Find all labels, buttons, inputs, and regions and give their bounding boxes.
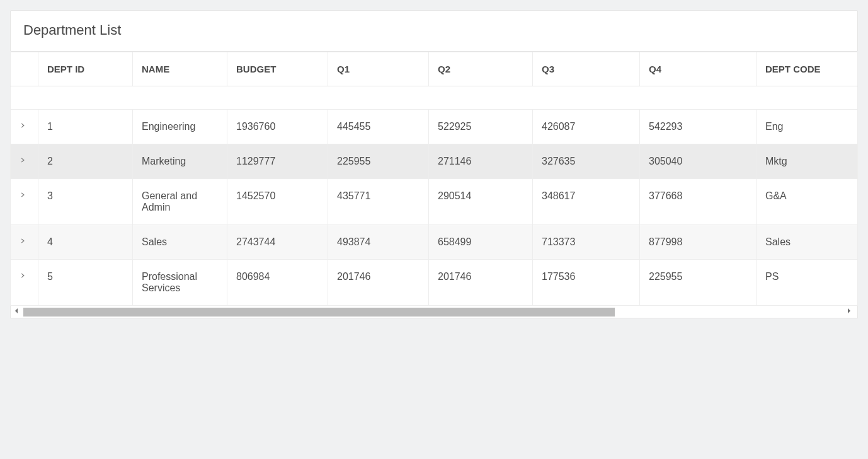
cell-dept-id: 1	[38, 110, 133, 144]
cell-budget: 1936760	[227, 110, 328, 144]
column-header-dept-code[interactable]: DEPT CODE	[757, 52, 858, 86]
column-header-q2[interactable]: Q2	[429, 52, 533, 86]
chevron-right-icon	[20, 272, 27, 280]
cell-q1: 201746	[328, 260, 429, 306]
cell-dept-id: 5	[38, 260, 133, 306]
horizontal-scrollbar[interactable]	[10, 306, 858, 318]
chevron-right-icon	[20, 238, 27, 245]
cell-dept-id: 3	[38, 179, 133, 225]
cell-q1: 225955	[328, 144, 429, 179]
cell-q3: 177536	[533, 260, 640, 306]
expand-row-button[interactable]	[11, 260, 38, 306]
chevron-right-icon	[20, 157, 27, 165]
cell-name: Marketing	[133, 144, 227, 179]
cell-dept-id: 2	[38, 144, 133, 179]
scroll-thumb[interactable]	[23, 308, 615, 317]
cell-q2: 271146	[429, 144, 533, 179]
column-header-budget[interactable]: BUDGET	[227, 52, 328, 86]
column-header-name[interactable]: NAME	[133, 52, 227, 86]
column-header-expand	[11, 52, 38, 86]
cell-dept-code: Mktg	[757, 144, 858, 179]
cell-name: Professional Services	[133, 260, 227, 306]
cell-q2: 201746	[429, 260, 533, 306]
table-header-row: DEPT ID NAME BUDGET Q1 Q2 Q3 Q4 DEPT COD…	[11, 52, 858, 86]
cell-q2: 522925	[429, 110, 533, 144]
cell-q3: 426087	[533, 110, 640, 144]
chevron-right-icon	[20, 122, 27, 130]
cell-q1: 493874	[328, 225, 429, 260]
cell-q1: 445455	[328, 110, 429, 144]
cell-q3: 348617	[533, 179, 640, 225]
table-row[interactable]: 2Marketing112977722595527114632763530504…	[11, 144, 858, 179]
table-row[interactable]: 4Sales2743744493874658499713373877998Sal…	[11, 225, 858, 260]
cell-name: Engineering	[133, 110, 227, 144]
cell-q2: 658499	[429, 225, 533, 260]
cell-dept-code: PS	[757, 260, 858, 306]
cell-q4: 377668	[640, 179, 757, 225]
cell-name: Sales	[133, 225, 227, 260]
grid-wrapper: DEPT ID NAME BUDGET Q1 Q2 Q3 Q4 DEPT COD…	[10, 52, 858, 318]
cell-dept-code: Eng	[757, 110, 858, 144]
cell-dept-code: G&A	[757, 179, 858, 225]
cell-dept-id: 4	[38, 225, 133, 260]
expand-row-button[interactable]	[11, 110, 38, 144]
table-row[interactable]: 5Professional Services806984201746201746…	[11, 260, 858, 306]
page-title: Department List	[23, 22, 845, 38]
department-table: DEPT ID NAME BUDGET Q1 Q2 Q3 Q4 DEPT COD…	[10, 52, 858, 306]
table-row[interactable]: 3General and Admin1452570435771290514348…	[11, 179, 858, 225]
cell-q2: 290514	[429, 179, 533, 225]
department-list-card: Department List	[10, 10, 858, 52]
cell-q3: 713373	[533, 225, 640, 260]
cell-q4: 877998	[640, 225, 757, 260]
cell-name: General and Admin	[133, 179, 227, 225]
cell-q1: 435771	[328, 179, 429, 225]
cell-q4: 305040	[640, 144, 757, 179]
cell-q4: 225955	[640, 260, 757, 306]
cell-dept-code: Sales	[757, 225, 858, 260]
column-header-q4[interactable]: Q4	[640, 52, 757, 86]
column-header-q1[interactable]: Q1	[328, 52, 429, 86]
chevron-right-icon	[20, 192, 27, 199]
table-row[interactable]: 1Engineering1936760445455522925426087542…	[11, 110, 858, 144]
cell-budget: 1129777	[227, 144, 328, 179]
column-header-q3[interactable]: Q3	[533, 52, 640, 86]
cell-q3: 327635	[533, 144, 640, 179]
cell-budget: 806984	[227, 260, 328, 306]
cell-budget: 1452570	[227, 179, 328, 225]
card-header: Department List	[11, 11, 857, 51]
cell-budget: 2743744	[227, 225, 328, 260]
scroll-left-arrow-icon[interactable]	[13, 308, 22, 317]
scroll-track[interactable]	[23, 308, 845, 317]
cell-q4: 542293	[640, 110, 757, 144]
scroll-right-arrow-icon[interactable]	[846, 308, 855, 317]
expand-row-button[interactable]	[11, 179, 38, 225]
expand-row-button[interactable]	[11, 144, 38, 179]
column-header-dept-id[interactable]: DEPT ID	[38, 52, 133, 86]
expand-row-button[interactable]	[11, 225, 38, 260]
